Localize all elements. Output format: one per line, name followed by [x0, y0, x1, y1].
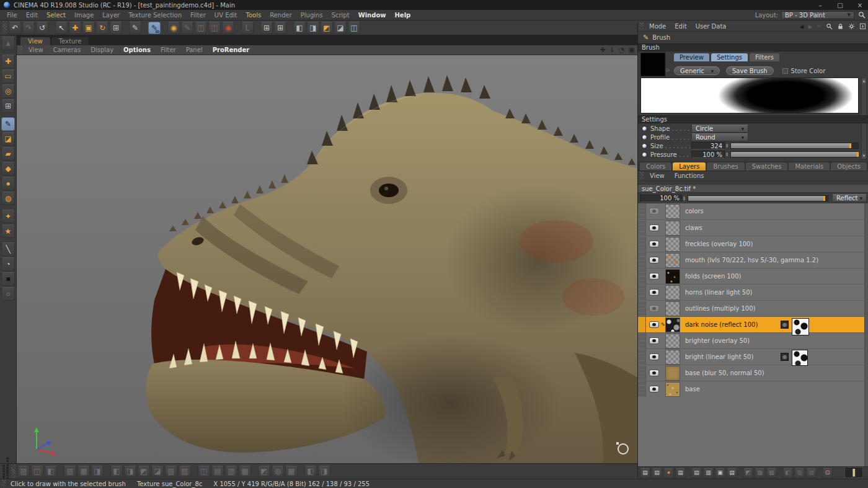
- layer-thumbnail[interactable]: [665, 301, 680, 316]
- bp-pin-icon[interactable]: ✦: [1, 210, 15, 223]
- blend-mode-dropdown[interactable]: Reflect ▼: [832, 194, 867, 202]
- viewport-menu-filter[interactable]: Filter: [156, 47, 181, 53]
- layer-row-freckles-2[interactable]: freckles (overlay 100): [638, 236, 868, 252]
- paint-tool-a-icon[interactable]: ✎: [181, 22, 193, 34]
- pen-edit-icon[interactable]: ✎: [817, 24, 822, 30]
- layer-row-base-11[interactable]: base: [638, 381, 868, 397]
- viewport-tab-view[interactable]: View: [20, 37, 50, 45]
- bp-proj-1-icon[interactable]: ▧: [64, 466, 76, 477]
- drag-handle[interactable]: [2, 21, 7, 34]
- layers-menu-functions[interactable]: Functions: [670, 172, 709, 179]
- bp-opt-2-icon[interactable]: ◍: [272, 466, 284, 477]
- paint-3d-mode-icon[interactable]: ✎3D: [148, 22, 161, 34]
- light-tool-icon[interactable]: L: [241, 22, 254, 34]
- drag-handle[interactable]: [639, 172, 644, 180]
- undo-icon[interactable]: ↶: [9, 22, 21, 34]
- layer-fx-2-icon[interactable]: ▨: [755, 468, 765, 478]
- layer-mask-enabled-icon[interactable]: ◎: [781, 321, 789, 329]
- raybrush-view-icon[interactable]: ◉: [222, 22, 234, 34]
- bp-uv-2-icon[interactable]: ◨: [124, 466, 136, 477]
- bp-relax-1-icon[interactable]: ◫: [198, 466, 210, 477]
- layer-mask-enabled-icon[interactable]: ◎: [781, 353, 789, 361]
- settings-section-header[interactable]: Settings: [638, 115, 868, 123]
- layer-visibility-toggle[interactable]: [649, 224, 659, 231]
- bp-magic-wand-icon[interactable]: ◎: [1, 84, 15, 98]
- move-tool-icon[interactable]: ✚: [69, 22, 81, 34]
- pause-button[interactable]: ‖: [844, 467, 863, 478]
- bp-star-icon[interactable]: ★: [1, 224, 15, 238]
- bp-eyedropper-icon[interactable]: ╲: [1, 242, 15, 256]
- layer-row-outlines-6[interactable]: outlines (multiply 100): [638, 300, 868, 316]
- maximize-button[interactable]: □: [836, 2, 844, 9]
- layer-up-icon[interactable]: ▤: [691, 468, 702, 478]
- layer-thumbnail[interactable]: [665, 334, 680, 348]
- rotate-tool-icon[interactable]: ↻: [96, 22, 108, 34]
- viewport-menu-cameras[interactable]: Cameras: [48, 47, 86, 53]
- layer-thumbnail[interactable]: [665, 350, 680, 365]
- layer-lock-1-icon[interactable]: ◧: [782, 468, 793, 478]
- coord-system-icon[interactable]: ⊞: [110, 22, 122, 34]
- bp-uv-1-icon[interactable]: ◧: [110, 466, 123, 477]
- menu-texture-selection[interactable]: Texture Selection: [124, 12, 186, 19]
- layout-dropdown[interactable]: BP - 3D Paint ▼: [781, 11, 854, 19]
- bp-brush-icon[interactable]: ✎: [1, 117, 15, 131]
- bp-proj-3-icon[interactable]: ◨: [91, 466, 104, 477]
- layer-thumbnail[interactable]: [665, 237, 680, 252]
- layer-target-icon[interactable]: ⊡: [822, 468, 833, 478]
- viewport-canvas[interactable]: [17, 55, 637, 463]
- layer-lock-3-icon[interactable]: ▧: [806, 468, 817, 478]
- setting-radio-icon[interactable]: [642, 152, 647, 157]
- brush-section-header[interactable]: Brush: [638, 43, 868, 51]
- viewport-menu-display[interactable]: Display: [86, 47, 118, 53]
- close-button[interactable]: ×: [856, 2, 864, 9]
- tab-materials[interactable]: Materials: [789, 162, 830, 171]
- bp-opt-1-icon[interactable]: ◩: [258, 466, 270, 477]
- layer-new-icon[interactable]: ▤: [640, 468, 650, 478]
- menu-edit[interactable]: Edit: [22, 12, 42, 19]
- menu-filter[interactable]: Filter: [186, 12, 210, 19]
- spinner-arrows-icon[interactable]: ▲▼: [682, 195, 686, 202]
- drag-handle[interactable]: [1, 480, 6, 487]
- bp-transform-icon[interactable]: ⊞: [1, 99, 15, 113]
- layer-fx-3-icon[interactable]: ▨: [766, 468, 777, 478]
- c4d-logo-icon[interactable]: ▲: [1, 37, 15, 50]
- undo-history-icon[interactable]: ↺: [36, 22, 48, 34]
- drag-handle[interactable]: [639, 22, 644, 30]
- store-color-checkbox[interactable]: [782, 68, 788, 74]
- uv-edit-b-icon[interactable]: ⊞: [274, 22, 286, 34]
- bp-seam-1-icon[interactable]: ▨: [17, 466, 30, 477]
- viewport-pan-icon[interactable]: ✚: [600, 46, 606, 54]
- setting-size-slider[interactable]: [730, 143, 859, 149]
- menu-render[interactable]: Render: [265, 12, 296, 19]
- layer-mask-thumbnail[interactable]: [792, 350, 808, 366]
- layer-thumbnail[interactable]: [665, 253, 680, 268]
- bp-smudge-icon[interactable]: ◍: [1, 192, 15, 205]
- redo-icon[interactable]: ↷: [22, 22, 35, 34]
- layer-fill-icon[interactable]: ●: [663, 468, 674, 478]
- bp-opt-3-icon[interactable]: ▩: [285, 466, 298, 477]
- menu-plugins[interactable]: Plugins: [296, 12, 327, 19]
- panel-menu-icon[interactable]: [859, 23, 866, 30]
- brush-tab-settings[interactable]: Settings: [711, 53, 748, 61]
- layer-row-brighter-8[interactable]: brighter (overlay 50): [638, 332, 868, 348]
- layer-mask-thumbnail[interactable]: [792, 318, 809, 335]
- bp-droplet-icon[interactable]: ●: [1, 177, 15, 190]
- scroll-down-icon[interactable]: ▼: [862, 153, 866, 159]
- gear-icon[interactable]: [848, 23, 855, 30]
- bp-mask-icon[interactable]: ○: [1, 287, 15, 301]
- layer-row-bright-9[interactable]: bright (linear light 50)◎: [638, 348, 868, 365]
- opacity-slider[interactable]: [688, 195, 828, 202]
- tab-objects[interactable]: Objects: [831, 162, 867, 171]
- menu-tools[interactable]: Tools: [242, 12, 266, 19]
- setting-radio-icon[interactable]: [642, 135, 647, 140]
- viewport-zoom-icon[interactable]: ↓: [609, 46, 615, 54]
- paint-tool-c-icon[interactable]: ◫: [208, 22, 221, 34]
- layer-visibility-toggle[interactable]: [649, 208, 659, 215]
- bp-swatches-icon[interactable]: ■: [1, 272, 15, 286]
- attr-menu-mode[interactable]: Mode: [645, 23, 670, 30]
- bp-relax-4-icon[interactable]: ▦: [239, 466, 251, 477]
- texture-name-header[interactable]: sue_Color_8c.tif *: [638, 184, 868, 193]
- attr-menu-edit[interactable]: Edit: [670, 23, 691, 30]
- paint-tool-b-icon[interactable]: ◫: [195, 22, 207, 34]
- uv-edit-a-icon[interactable]: ⊞: [260, 22, 273, 34]
